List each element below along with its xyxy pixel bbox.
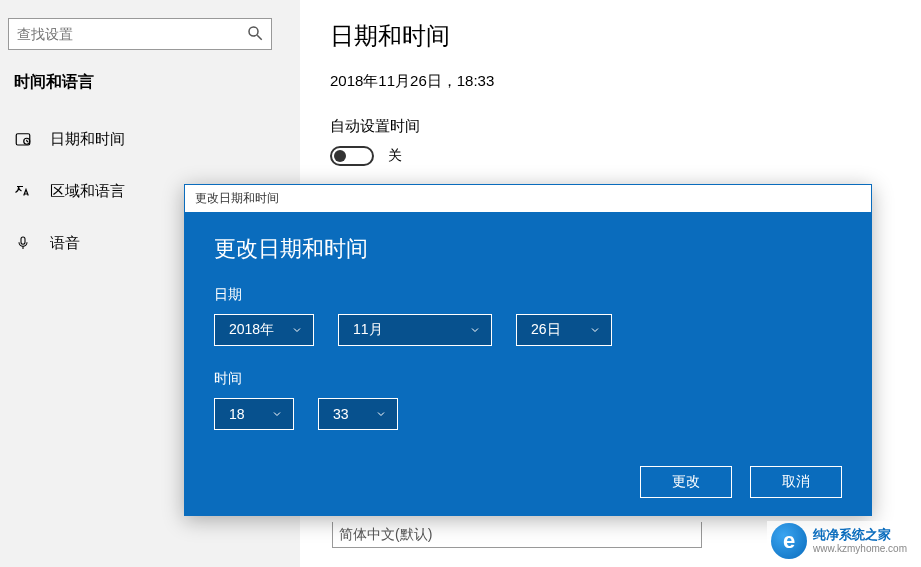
svg-rect-2 bbox=[16, 134, 30, 145]
change-datetime-dialog: 更改日期和时间 更改日期和时间 日期 2018年 11月 26日 bbox=[184, 184, 872, 516]
globe-language-icon bbox=[14, 182, 32, 200]
month-value: 11月 bbox=[353, 321, 383, 339]
watermark-brand: 纯净系统之家 bbox=[813, 528, 907, 542]
svg-point-0 bbox=[249, 27, 258, 36]
clock-icon bbox=[14, 130, 32, 148]
minute-select[interactable]: 33 bbox=[318, 398, 398, 430]
search-wrapper bbox=[8, 18, 272, 50]
search-input[interactable] bbox=[8, 18, 272, 50]
year-select[interactable]: 2018年 bbox=[214, 314, 314, 346]
month-select[interactable]: 11月 bbox=[338, 314, 492, 346]
svg-line-5 bbox=[27, 141, 29, 142]
watermark: e 纯净系统之家 www.kzmyhome.com bbox=[767, 521, 911, 561]
sidebar-item-date-time[interactable]: 日期和时间 bbox=[8, 117, 292, 161]
mic-icon bbox=[14, 234, 32, 252]
dialog-body: 更改日期和时间 日期 2018年 11月 26日 时间 bbox=[184, 212, 872, 516]
svg-rect-6 bbox=[21, 237, 25, 244]
language-select-remnant[interactable]: 简体中文(默认) bbox=[332, 522, 702, 548]
date-combo-row: 2018年 11月 26日 bbox=[214, 314, 842, 346]
sidebar-title: 时间和语言 bbox=[14, 72, 292, 93]
watermark-url: www.kzmyhome.com bbox=[813, 543, 907, 554]
dialog-titlebar-text: 更改日期和时间 bbox=[195, 190, 279, 207]
day-value: 26日 bbox=[531, 321, 561, 339]
chevron-down-icon bbox=[469, 324, 481, 336]
day-select[interactable]: 26日 bbox=[516, 314, 612, 346]
chevron-down-icon bbox=[375, 408, 387, 420]
remnant-text: 简体中文(默认) bbox=[339, 526, 432, 544]
auto-time-state: 关 bbox=[388, 147, 402, 165]
cancel-button[interactable]: 取消 bbox=[750, 466, 842, 498]
sidebar-item-label: 日期和时间 bbox=[50, 130, 125, 149]
hour-value: 18 bbox=[229, 406, 245, 422]
date-label: 日期 bbox=[214, 286, 842, 304]
time-combo-row: 18 33 bbox=[214, 398, 842, 430]
toggle-knob bbox=[334, 150, 346, 162]
year-value: 2018年 bbox=[229, 321, 274, 339]
sidebar-item-label: 区域和语言 bbox=[50, 182, 125, 201]
dialog-titlebar[interactable]: 更改日期和时间 bbox=[184, 184, 872, 212]
dialog-heading: 更改日期和时间 bbox=[214, 234, 842, 264]
chevron-down-icon bbox=[589, 324, 601, 336]
time-label: 时间 bbox=[214, 370, 842, 388]
page-title: 日期和时间 bbox=[330, 20, 891, 52]
watermark-logo: e bbox=[771, 523, 807, 559]
sidebar-item-label: 语音 bbox=[50, 234, 80, 253]
dialog-button-row: 更改 取消 bbox=[214, 466, 842, 498]
auto-time-label: 自动设置时间 bbox=[330, 117, 891, 136]
current-datetime: 2018年11月26日，18:33 bbox=[330, 72, 891, 91]
chevron-down-icon bbox=[271, 408, 283, 420]
svg-line-1 bbox=[257, 35, 262, 40]
minute-value: 33 bbox=[333, 406, 349, 422]
auto-time-toggle[interactable] bbox=[330, 146, 374, 166]
ok-button[interactable]: 更改 bbox=[640, 466, 732, 498]
search-icon[interactable] bbox=[246, 24, 264, 42]
chevron-down-icon bbox=[291, 324, 303, 336]
auto-time-toggle-row: 关 bbox=[330, 146, 891, 166]
hour-select[interactable]: 18 bbox=[214, 398, 294, 430]
